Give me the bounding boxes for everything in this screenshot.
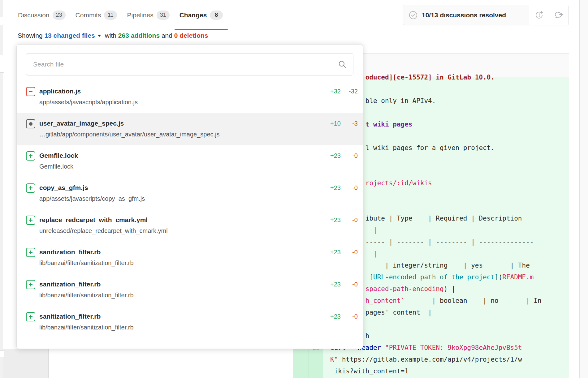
file-path: lib/banzai/filter/sanitization_filter.rb: [39, 323, 322, 331]
summary-conjunction: and: [162, 32, 172, 39]
additions-count: +23: [322, 313, 341, 320]
file-status-icon: [26, 119, 35, 128]
next-discussion-icon: [554, 11, 564, 20]
additions-count: +23: [322, 217, 341, 224]
search-icon: [338, 60, 347, 70]
deletions-count: -0: [341, 217, 358, 224]
file-status-icon: +: [26, 312, 35, 321]
additions-count: +32: [322, 88, 341, 95]
next-unresolved-discussion-button[interactable]: [549, 5, 569, 25]
tab-count-badge: 23: [53, 11, 66, 20]
summary-middle: with: [105, 32, 116, 39]
file-status-icon: +: [26, 248, 35, 257]
file-name: sanitization_filter.rb: [39, 280, 322, 288]
file-search-dropdown: − application.js app/assets/javascripts/…: [16, 44, 363, 349]
additions-count: +23: [322, 152, 341, 159]
chevron-down-icon: [97, 35, 101, 37]
file-name: replace_redcarpet_with_cmark.yml: [39, 216, 322, 224]
tab-label: Changes: [179, 11, 207, 19]
tab-count-badge: 8: [210, 11, 223, 20]
file-list-item[interactable]: + Gemfile.lock Gemfile.lock +23 -0: [17, 145, 363, 178]
file-list-item[interactable]: + sanitization_filter.rb lib/banzai/filt…: [17, 242, 363, 274]
file-name: sanitization_filter.rb: [39, 248, 322, 256]
file-list-item[interactable]: + sanitization_filter.rb lib/banzai/filt…: [17, 274, 363, 306]
file-name: copy_as_gfm.js: [39, 184, 322, 192]
file-path: …gitlab/app/components/user_avatar/user_…: [39, 130, 322, 138]
file-path: app/assets/javascripts/copy_as_gfm.js: [39, 195, 322, 203]
add-issue-icon: [534, 11, 544, 20]
page-right-gutter: [579, 0, 588, 378]
file-list-item[interactable]: + copy_as_gfm.js app/assets/javascripts/…: [17, 178, 363, 210]
file-name: application.js: [39, 87, 322, 95]
file-list-item[interactable]: + replace_redcarpet_with_cmark.yml unrel…: [17, 210, 363, 242]
left-edge-fragment: [0, 350, 4, 357]
deletions-count: -0: [341, 249, 358, 256]
deletions-count: -0: [341, 152, 358, 159]
tab-pipelines[interactable]: Pipelines 31: [122, 0, 174, 30]
deletions-count: -0: [341, 281, 358, 288]
page-underlay: [3, 349, 49, 378]
additions-total: 263 additions: [118, 32, 160, 39]
additions-count: +10: [322, 120, 341, 127]
search-file-input[interactable]: [26, 53, 353, 75]
discussions-resolved-summary: 10/13 discussions resolved: [403, 5, 529, 25]
file-list: − application.js app/assets/javascripts/…: [17, 81, 363, 338]
deletions-total: 0 deletions: [174, 32, 208, 39]
tab-label: Discussion: [18, 11, 50, 19]
additions-count: +23: [322, 249, 341, 256]
deletions-count: -0: [341, 184, 358, 191]
file-status-icon: +: [26, 216, 35, 225]
discussions-resolved-text: 10/13 discussions resolved: [422, 11, 506, 19]
deletions-count: -3: [341, 120, 358, 127]
file-list-item[interactable]: + sanitization_filter.rb lib/banzai/filt…: [17, 306, 363, 338]
tab-label: Pipelines: [127, 11, 153, 19]
tab-commits[interactable]: Commits 11: [71, 0, 122, 30]
file-status-icon: +: [26, 183, 35, 193]
file-path: app/assets/javascripts/application.js: [39, 98, 322, 106]
left-edge-fragment: [0, 55, 4, 73]
check-circle-icon: [409, 11, 417, 19]
additions-count: +23: [322, 184, 341, 191]
discussions-widget: 10/13 discussions resolved: [403, 5, 569, 25]
file-name: Gemfile.lock: [39, 152, 322, 160]
changed-files-dropdown-link[interactable]: 13 changed files: [44, 32, 95, 39]
tab-discussion[interactable]: Discussion 23: [13, 0, 71, 30]
tab-label: Commits: [76, 11, 101, 19]
deletions-count: -32: [341, 88, 358, 95]
summary-prefix: Showing: [18, 32, 43, 39]
merge-request-changes-page: 22 oduced][ce-15572] in GitLab 10.0. ble…: [0, 0, 588, 378]
resolve-with-issue-button[interactable]: [529, 5, 549, 25]
file-list-item[interactable]: user_avatar_image_spec.js …gitlab/app/co…: [17, 113, 363, 145]
tab-changes[interactable]: Changes 8: [175, 0, 228, 30]
left-edge-fragment: [0, 17, 4, 25]
file-list-item[interactable]: − application.js app/assets/javascripts/…: [17, 81, 363, 113]
tab-count-badge: 11: [104, 11, 117, 20]
file-status-icon: +: [26, 151, 35, 161]
file-name: user_avatar_image_spec.js: [39, 119, 322, 127]
tab-count-badge: 31: [157, 11, 170, 20]
file-status-icon: +: [26, 280, 35, 289]
changed-files-summary: Showing 13 changed files with 263 additi…: [18, 32, 208, 39]
file-path: lib/banzai/filter/sanitization_filter.rb: [39, 259, 322, 267]
file-name: sanitization_filter.rb: [39, 312, 322, 320]
file-path: Gemfile.lock: [39, 162, 322, 170]
file-path: lib/banzai/filter/sanitization_filter.rb: [39, 291, 322, 299]
file-path: unreleased/replace_redcarpet_with_cmark.…: [39, 227, 322, 235]
file-status-icon: −: [26, 87, 35, 96]
additions-count: +23: [322, 281, 341, 288]
deletions-count: -0: [341, 313, 358, 320]
